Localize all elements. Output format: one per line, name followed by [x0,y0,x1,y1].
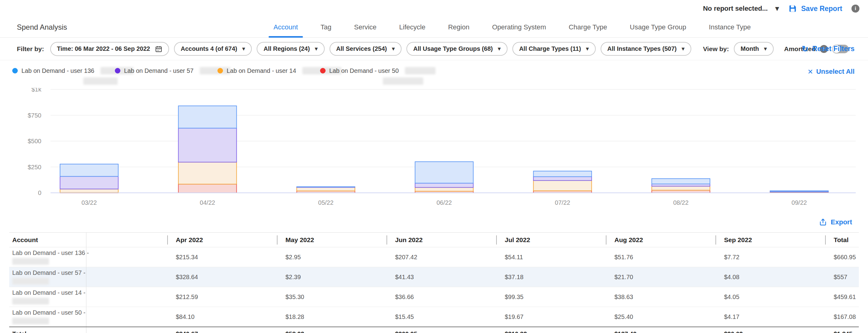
tab-tag[interactable]: Tag [318,17,334,37]
filter-pill-all-regions[interactable]: All Regions (24)▼ [257,42,324,56]
redacted-text [383,77,423,85]
cell-jul-2022: $54.11 [496,247,606,267]
total-jul-2022: $210.32 [496,327,606,333]
filter-pill-time-06-mar-2022-06-sep-2022[interactable]: Time: 06 Mar 2022 - 06 Sep 2022 [50,42,169,56]
x-tick-label: 07/22 [555,199,570,206]
total-sep-2022: $20.02 [715,327,825,333]
x-tick-label: 03/22 [82,199,97,206]
view-by-pill[interactable]: Month ▼ [734,42,774,56]
bar-segment-lab-on-demand-user-14-05-22[interactable] [297,187,355,191]
bar-segment-lab-on-demand-user-136-03-22[interactable] [60,164,118,176]
chevron-down-icon: ▼ [775,5,779,12]
tab-account[interactable]: Account [271,17,301,37]
y-tick-label: $750 [28,112,42,119]
bar-segment-lab-on-demand-user-136-09-22[interactable] [770,191,828,192]
bar-segment-lab-on-demand-user-57-07-22[interactable] [533,176,592,180]
y-tick-label: $500 [28,138,42,144]
bar-segment-lab-on-demand-user-14-08-22[interactable] [652,186,710,190]
chevron-down-icon: ▼ [586,46,589,51]
legend-dot [12,68,18,73]
table-row-lab-on-demand-user-50[interactable]: Lab on Demand - user 50 -$84.10$18.28$15… [9,307,859,327]
tab-charge-type[interactable]: Charge Type [566,17,610,37]
filter-pill-label: All Charge Types (11) [519,45,581,52]
bar-segment-lab-on-demand-user-57-04-22[interactable] [178,128,237,162]
cell-aug-2022: $25.40 [606,307,715,327]
total-aug-2022: $137.49 [606,327,715,333]
total-total: $1,845 [825,327,859,333]
save-report-label: Save Report [801,5,842,13]
spacer-cell [86,327,167,333]
unselect-all-button[interactable]: ✕ Unselect All [807,68,855,76]
legend-item-lab-on-demand-user-136[interactable]: Lab on Demand - user 136 [12,67,115,88]
bar-segment-lab-on-demand-user-50-08-22[interactable] [652,190,710,193]
column-header-account: Account [9,233,86,247]
cell-apr-2022: $328.64 [167,267,277,287]
filter-pill-label: All Services (254) [336,45,387,52]
chevron-down-icon: ▼ [242,46,245,51]
spend-chart: $1k$750$500$250003/2204/2205/2206/2207/2… [12,88,856,210]
bar-segment-lab-on-demand-user-14-07-22[interactable] [533,180,592,191]
filter-pill-accounts-4[interactable]: Accounts 4 (of 674)▼ [174,42,252,56]
filter-pill-label: All Regions (24) [264,45,310,52]
column-header-jul-2022: Jul 2022 [496,233,606,247]
table-row-lab-on-demand-user-136[interactable]: Lab on Demand - user 136 -$215.34$2.95$2… [9,247,859,267]
filter-pill-all-usage-type-groups[interactable]: All Usage Type Groups (68)▼ [406,42,507,56]
redacted-text [12,278,49,285]
cell-total: $459.61 [825,287,859,307]
bar-segment-lab-on-demand-user-136-08-22[interactable] [652,179,710,184]
tab-operating-system[interactable]: Operating System [490,17,549,37]
export-row: Export [0,210,868,232]
export-label: Export [831,218,852,226]
legend-item-lab-on-demand-user-14[interactable]: Lab on Demand - user 14 [217,67,320,88]
cell-sep-2022: $4.08 [715,267,825,287]
tab-service[interactable]: Service [351,17,379,37]
cell-total: $167.08 [825,307,859,327]
cell-apr-2022: $84.10 [167,307,277,327]
account-name: Lab on Demand - user 136 - [12,249,89,257]
filter-pill-label: All Usage Type Groups (68) [413,45,493,52]
cell-aug-2022: $38.63 [606,287,715,307]
tab-usage-type-group[interactable]: Usage Type Group [627,17,688,37]
reset-filters-button[interactable]: ↻ Reset Filters [802,45,855,53]
bar-segment-lab-on-demand-user-50-04-22[interactable] [178,184,237,193]
y-tick-label: $1k [32,88,42,93]
report-selector[interactable]: No report selected... ▼ [703,5,779,12]
table-row-lab-on-demand-user-14[interactable]: Lab on Demand - user 14 -$212.59$35.30$3… [9,287,859,307]
spacer-cell [86,307,167,327]
tab-region[interactable]: Region [446,17,472,37]
tab-instance-type[interactable]: Instance Type [707,17,753,37]
save-report-button[interactable]: Save Report [788,4,842,13]
bar-segment-lab-on-demand-user-57-06-22[interactable] [415,183,473,187]
legend-dot [217,68,223,73]
legend-item-lab-on-demand-user-57[interactable]: Lab on Demand - user 57 [115,67,217,88]
cell-sep-2022: $4.05 [715,287,825,307]
export-button[interactable]: Export [819,218,852,226]
close-icon: ✕ [807,68,813,76]
y-tick-label: 0 [38,190,41,196]
bar-segment-lab-on-demand-user-136-05-22[interactable] [297,187,355,187]
bar-segment-lab-on-demand-user-57-03-22[interactable] [60,176,118,189]
bar-segment-lab-on-demand-user-14-03-22[interactable] [60,189,118,193]
x-tick-label: 06/22 [436,199,452,206]
calendar-icon [155,45,162,53]
bar-segment-lab-on-demand-user-57-08-22[interactable] [652,184,710,186]
legend-item-lab-on-demand-user-50[interactable]: Lab on Demand - user 50 [320,67,423,88]
cell-may-2022: $2.39 [277,267,386,287]
legend-label: Lab on Demand - user 136 [22,67,94,74]
table-row-lab-on-demand-user-57[interactable]: Lab on Demand - user 57 -$328.64$2.39$41… [9,267,859,287]
filter-pill-all-instance-types[interactable]: All Instance Types (507)▼ [600,42,691,56]
info-icon[interactable]: i [851,5,860,12]
filter-pill-all-services[interactable]: All Services (254)▼ [330,42,402,56]
column-header-total: Total [825,233,859,247]
table-total-row: Total$840.67$58.92$300.95$210.32$137.49$… [9,327,859,333]
bar-segment-lab-on-demand-user-136-04-22[interactable] [178,106,237,128]
bar-segment-lab-on-demand-user-14-06-22[interactable] [415,187,473,191]
bar-segment-lab-on-demand-user-14-04-22[interactable] [178,162,237,184]
redacted-text [12,298,49,304]
tab-lifecycle[interactable]: Lifecycle [397,17,428,37]
cell-total: $660.95 [825,247,859,267]
x-tick-label: 04/22 [200,199,215,206]
bar-segment-lab-on-demand-user-136-06-22[interactable] [415,162,473,183]
bar-segment-lab-on-demand-user-136-07-22[interactable] [533,171,592,176]
filter-pill-all-charge-types[interactable]: All Charge Types (11)▼ [513,42,596,56]
